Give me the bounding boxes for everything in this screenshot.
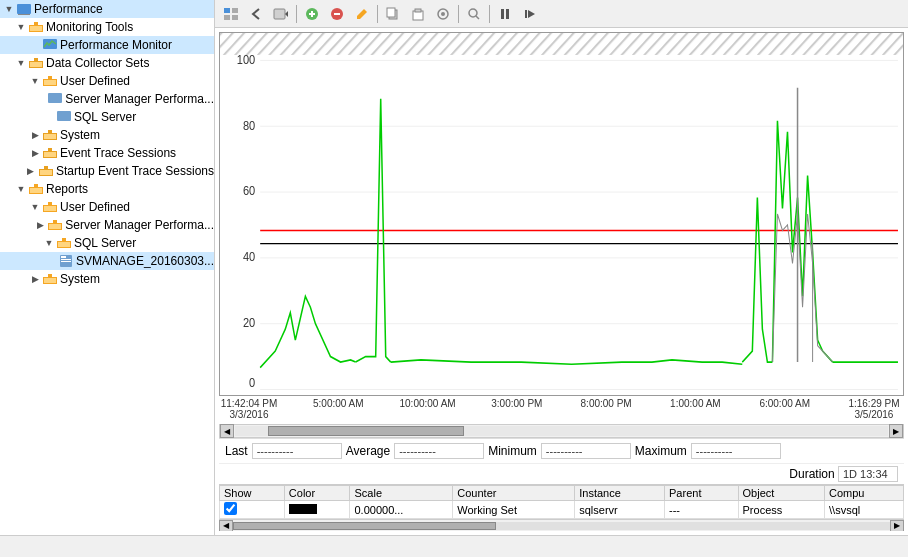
sidebar-item-startup-event-trace[interactable]: ▶ Startup Event Trace Sessions [0, 162, 214, 180]
svg-text:100: 100 [237, 53, 255, 66]
sidebar-item-reports-label: Reports [46, 182, 88, 196]
time-axis: 11:42:04 PM 3/3/2016 5:00:00 AM 10:00:00… [219, 396, 904, 422]
svg-rect-41 [220, 33, 903, 55]
expander-reports-sql-server[interactable]: ▼ [42, 236, 56, 250]
pause-button[interactable] [493, 3, 517, 25]
expander-reports-user-defined[interactable]: ▼ [28, 200, 42, 214]
back-button[interactable] [244, 3, 268, 25]
last-value: ---------- [252, 443, 342, 459]
sidebar-item-performance-monitor[interactable]: ▶ Performance Monitor [0, 36, 214, 54]
expander-event-trace[interactable]: ▶ [28, 146, 42, 160]
sidebar-item-svmanage[interactable]: ▶ SVMANAGE_20160303... [0, 252, 214, 270]
row-counter: Working Set [453, 501, 575, 519]
time-label-0: 11:42:04 PM 3/3/2016 [219, 398, 279, 420]
col-show[interactable]: Show [220, 486, 285, 501]
sidebar-item-sql-server[interactable]: ▶ SQL Server [0, 108, 214, 126]
chart-scrollbar[interactable]: ◀ ▶ [219, 424, 904, 438]
copy-button[interactable] [381, 3, 405, 25]
stats-row: Last ---------- Average ---------- Minim… [219, 438, 904, 463]
row-parent: --- [665, 501, 739, 519]
expander-performance[interactable]: ▼ [2, 2, 16, 16]
svg-rect-35 [501, 9, 504, 19]
chart-area[interactable]: 100 80 60 40 20 0 [219, 32, 904, 396]
svg-rect-7 [48, 93, 62, 103]
sidebar-item-event-trace[interactable]: ▶ Event Trace Sessions [0, 144, 214, 162]
expander-monitoring[interactable]: ▼ [14, 20, 28, 34]
remove-button[interactable] [325, 3, 349, 25]
svg-rect-20 [44, 278, 56, 283]
perf-monitor-icon [42, 37, 58, 53]
expander-dcs[interactable]: ▼ [14, 56, 28, 70]
time-label-7: 1:16:29 PM 3/5/2016 [844, 398, 904, 420]
scrollbar-left-button[interactable]: ◀ [220, 424, 234, 438]
sidebar-item-performance[interactable]: ▼ Performance [0, 0, 214, 18]
sidebar-item-reports-server-manager-label: Server Manager Performa... [65, 218, 214, 232]
sidebar-item-dcs[interactable]: ▼ Data Collector Sets [0, 54, 214, 72]
view-button[interactable] [219, 3, 243, 25]
svmanage-icon [58, 253, 74, 269]
sidebar-item-reports-user-defined[interactable]: ▼ User Defined [0, 198, 214, 216]
sidebar-item-system[interactable]: ▶ System [0, 126, 214, 144]
combo-button[interactable] [269, 3, 293, 25]
svg-rect-14 [49, 224, 61, 229]
table-scroll-right[interactable]: ▶ [890, 520, 904, 532]
sidebar-item-server-manager-perf[interactable]: ▶ Server Manager Performa... [0, 90, 214, 108]
paste-button[interactable] [406, 3, 430, 25]
add-button[interactable] [300, 3, 324, 25]
sidebar-item-reports[interactable]: ▼ Reports [0, 180, 214, 198]
sidebar-item-sql-server-label: SQL Server [74, 110, 136, 124]
table-row[interactable]: 0.00000... Working Set sqlservr --- Proc… [220, 501, 904, 519]
zoom-button[interactable] [462, 3, 486, 25]
col-object[interactable]: Object [738, 486, 825, 501]
sidebar-item-monitoring-tools[interactable]: ▼ Monitoring Tools [0, 18, 214, 36]
edit-button[interactable] [350, 3, 374, 25]
scrollbar-right-button[interactable]: ▶ [889, 424, 903, 438]
scrollbar-track[interactable] [235, 426, 888, 436]
row-instance: sqlservr [575, 501, 665, 519]
col-instance[interactable]: Instance [575, 486, 665, 501]
expander-startup-event-trace[interactable]: ▶ [24, 164, 38, 178]
data-table-container[interactable]: Show Color Scale Counter Instance Parent… [219, 484, 904, 531]
reports-user-defined-icon [42, 199, 58, 215]
col-computer[interactable]: Compu [825, 486, 904, 501]
properties-button[interactable] [431, 3, 455, 25]
col-parent[interactable]: Parent [665, 486, 739, 501]
average-label: Average [346, 444, 390, 458]
sidebar-item-reports-sql-server[interactable]: ▼ SQL Server [0, 234, 214, 252]
col-counter[interactable]: Counter [453, 486, 575, 501]
scrollbar-thumb[interactable] [268, 426, 464, 436]
time-label-3: 3:00:00 PM [487, 398, 547, 420]
stop-button[interactable] [518, 3, 542, 25]
time-label-1: 5:00:00 AM [308, 398, 368, 420]
status-bar [0, 535, 908, 557]
performance-icon [16, 1, 32, 17]
sidebar-item-reports-system[interactable]: ▶ System [0, 270, 214, 288]
table-scroll-thumb[interactable] [233, 522, 496, 530]
user-defined-icon [42, 73, 58, 89]
row-computer: \\svsql [825, 501, 904, 519]
row-show[interactable] [220, 501, 285, 519]
expander-system[interactable]: ▶ [28, 128, 42, 142]
col-scale[interactable]: Scale [350, 486, 453, 501]
sidebar[interactable]: ▼ Performance ▼ Monitoring Tools ▶ Perfo… [0, 0, 215, 535]
table-scroll-left[interactable]: ◀ [219, 520, 233, 532]
duration-value: 1D 13:34 [838, 466, 898, 482]
expander-reports-system[interactable]: ▶ [28, 272, 42, 286]
expander-reports-server-manager[interactable]: ▶ [33, 218, 47, 232]
col-color[interactable]: Color [284, 486, 350, 501]
sidebar-item-reports-server-manager[interactable]: ▶ Server Manager Performa... [0, 216, 214, 234]
svg-text:80: 80 [243, 119, 255, 132]
show-checkbox[interactable] [224, 502, 237, 515]
time-label-4: 8:00:00 PM [576, 398, 636, 420]
table-scroll-track[interactable] [233, 522, 890, 530]
expander-user-defined[interactable]: ▼ [28, 74, 42, 88]
separator-4 [489, 5, 490, 23]
svg-rect-15 [58, 242, 70, 247]
sidebar-item-monitoring-label: Monitoring Tools [46, 20, 133, 34]
expander-reports[interactable]: ▼ [14, 182, 28, 196]
svg-rect-6 [44, 80, 56, 85]
duration-label: Duration [789, 467, 834, 481]
svg-point-34 [469, 9, 477, 17]
color-swatch [289, 504, 317, 514]
sidebar-item-user-defined[interactable]: ▼ User Defined [0, 72, 214, 90]
